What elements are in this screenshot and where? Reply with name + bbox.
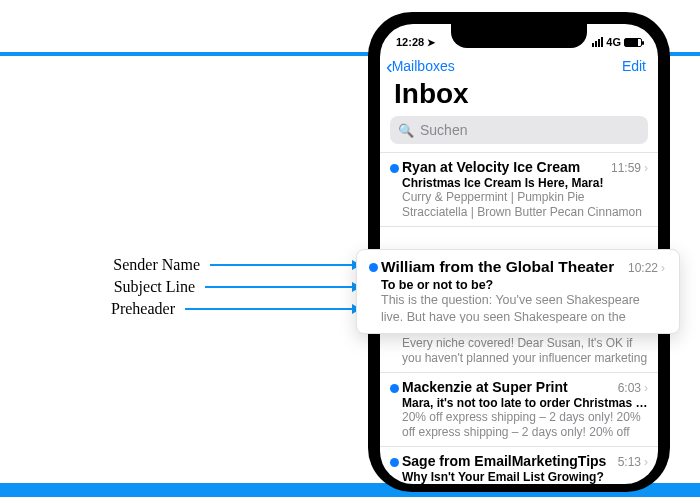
unread-dot-icon bbox=[390, 384, 399, 393]
phone-notch bbox=[451, 24, 587, 48]
chevron-right-icon: › bbox=[644, 381, 648, 395]
time-label: 5:13 bbox=[618, 455, 641, 469]
arrow-icon bbox=[205, 286, 360, 288]
unread-dot-icon bbox=[390, 458, 399, 467]
preheader-label: Curry & Peppermint | Pumpkin Pie Stracci… bbox=[402, 190, 648, 220]
subject-label: To be or not to be? bbox=[381, 278, 665, 292]
subject-label: Why Isn't Your Email List Growing? bbox=[402, 470, 648, 484]
highlighted-message-card[interactable]: William from the Global Theater 10:22 › … bbox=[356, 249, 680, 334]
annotation-subject-label: Subject Line bbox=[114, 278, 195, 296]
chevron-right-icon: › bbox=[644, 161, 648, 175]
signal-icon bbox=[592, 37, 603, 47]
status-time: 12:28 bbox=[396, 36, 424, 48]
search-placeholder: Suchen bbox=[420, 122, 467, 138]
back-label: Mailboxes bbox=[392, 58, 455, 74]
sender-label: Sage from EmailMarketingTips bbox=[402, 453, 606, 469]
arrow-icon bbox=[185, 308, 360, 310]
list-item[interactable]: Mackenzie at Super Print 6:03 › Mara, it… bbox=[380, 372, 658, 446]
sender-label: Mackenzie at Super Print bbox=[402, 379, 568, 395]
annotation-preheader-label: Preheader bbox=[111, 300, 175, 318]
back-button[interactable]: ‹ Mailboxes bbox=[386, 58, 455, 74]
subject-label: Christmas Ice Cream Is Here, Mara! bbox=[402, 176, 648, 190]
search-icon: 🔍 bbox=[398, 123, 414, 138]
unread-dot-icon bbox=[369, 263, 378, 272]
sender-label: William from the Global Theater bbox=[381, 258, 614, 276]
annotation-sender-label: Sender Name bbox=[113, 256, 200, 274]
location-icon: ➤ bbox=[427, 37, 435, 48]
time-label: 11:59 bbox=[611, 161, 641, 175]
network-label: 4G bbox=[606, 36, 621, 48]
unread-dot-icon bbox=[390, 164, 399, 173]
battery-icon bbox=[624, 38, 642, 47]
list-item[interactable]: Sage from EmailMarketingTips 5:13 › Why … bbox=[380, 446, 658, 484]
nav-bar: ‹ Mailboxes Edit bbox=[380, 54, 658, 76]
time-label: 10:22 bbox=[628, 261, 658, 275]
annotation-group: Sender Name Subject Line Preheader bbox=[0, 254, 360, 320]
list-item[interactable]: Ryan at Velocity Ice Cream 11:59 › Chris… bbox=[380, 152, 658, 226]
chevron-right-icon: › bbox=[644, 455, 648, 469]
preheader-label: This is the question: You've seen Shakes… bbox=[381, 292, 665, 323]
edit-button[interactable]: Edit bbox=[622, 58, 646, 74]
chevron-right-icon: › bbox=[661, 261, 665, 275]
sender-label: Ryan at Velocity Ice Cream bbox=[402, 159, 580, 175]
arrow-icon bbox=[210, 264, 360, 266]
page-title: Inbox bbox=[380, 76, 658, 116]
time-label: 6:03 bbox=[618, 381, 641, 395]
preheader-label: 20% off express shipping – 2 days only! … bbox=[402, 410, 648, 440]
preheader-label: Every niche covered! Dear Susan, It's OK… bbox=[402, 336, 648, 366]
subject-label: Mara, it's not too late to order Christm… bbox=[402, 396, 648, 410]
search-input[interactable]: 🔍 Suchen bbox=[390, 116, 648, 144]
